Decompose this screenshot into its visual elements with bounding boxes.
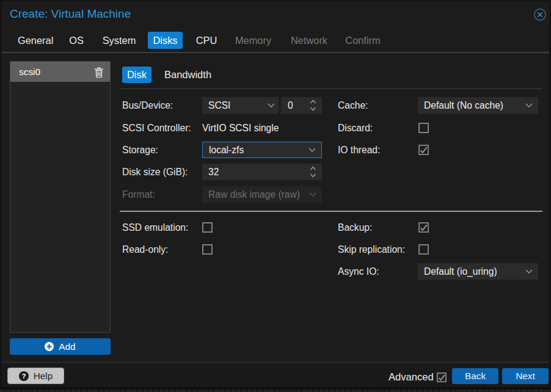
svg-text:?: ? (21, 372, 26, 380)
